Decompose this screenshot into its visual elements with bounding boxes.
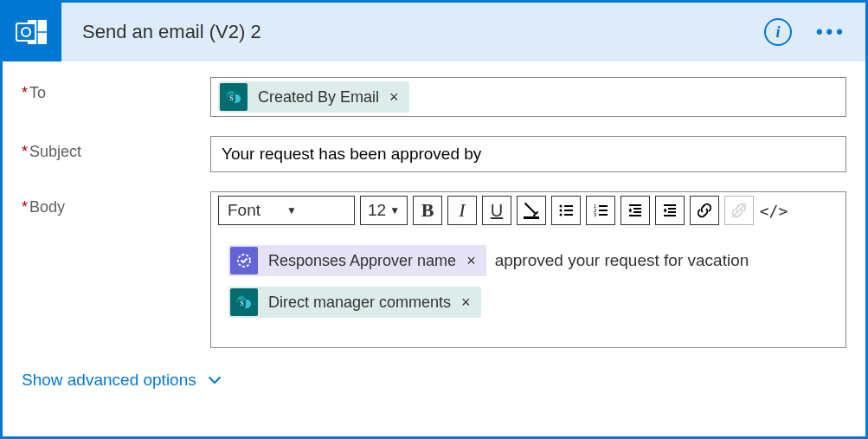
card-title: Send an email (V2) 2 [82,21,764,43]
token-responses-approver-name[interactable]: Responses Approver name × [228,245,486,276]
token-remove-button[interactable]: × [463,246,479,275]
svg-rect-4 [16,23,35,41]
svg-point-12 [560,210,563,212]
italic-button[interactable]: I [447,196,477,225]
bullet-list-button[interactable] [551,196,581,225]
body-static-text: approved your request for vacation [495,245,749,276]
row-subject: *Subject [22,136,846,172]
card-header: Send an email (V2) 2 i ••• [3,3,865,61]
info-button[interactable]: i [764,18,792,46]
svg-text:3: 3 [594,212,597,217]
token-created-by-email[interactable]: S Created By Email × [218,81,409,113]
indent-button[interactable] [655,196,685,225]
token-label: Responses Approver name [260,246,463,275]
row-to: *To S Created By Email × [22,77,846,117]
flow-action-card: Send an email (V2) 2 i ••• *To S Created… [0,0,868,439]
label-body: *Body [22,191,210,216]
token-remove-button[interactable]: × [458,287,474,317]
to-field[interactable]: S Created By Email × [210,77,846,117]
approvals-icon [230,247,258,274]
bold-button[interactable]: B [413,196,442,225]
token-remove-button[interactable]: × [386,88,402,107]
numbered-list-button[interactable]: 123 [586,196,615,225]
svg-text:S: S [240,300,243,307]
show-advanced-options-toggle[interactable]: Show advanced options [22,371,222,390]
font-color-button[interactable] [517,196,546,225]
token-label: Created By Email [249,88,386,107]
body-line-1: Responses Approver name × approved your … [228,245,828,276]
font-family-dropdown[interactable]: Font▼ [218,196,355,225]
token-direct-manager-comments[interactable]: S Direct manager comments × [228,287,481,318]
body-editor: Font▼ 12▼ B I U 123 [210,191,846,348]
chevron-down-icon [207,372,222,388]
underline-button[interactable]: U [482,196,511,225]
sharepoint-icon: S [220,83,248,111]
sharepoint-icon: S [230,288,258,316]
outdent-button[interactable] [620,196,650,225]
link-button[interactable] [690,196,719,225]
label-subject: *Subject [22,136,210,161]
body-content-area[interactable]: Responses Approver name × approved your … [211,229,845,347]
font-size-dropdown[interactable]: 12▼ [360,196,408,225]
svg-text:S: S [229,94,233,102]
token-label: Direct manager comments [260,287,458,317]
more-menu-button[interactable]: ••• [809,17,853,47]
row-body: *Body Font▼ 12▼ B I U 123 [22,191,846,348]
outlook-connector-icon [3,3,61,61]
rich-text-toolbar: Font▼ 12▼ B I U 123 [211,192,845,229]
code-view-button[interactable]: </> [759,196,788,225]
svg-point-13 [560,214,563,216]
subject-input[interactable] [210,136,846,172]
label-to: *To [22,77,210,102]
svg-rect-10 [524,216,539,219]
card-body: *To S Created By Email × *Subject *Body … [3,61,865,436]
unlink-button [724,196,754,225]
svg-point-11 [560,205,563,208]
body-line-2: S Direct manager comments × [228,287,828,318]
